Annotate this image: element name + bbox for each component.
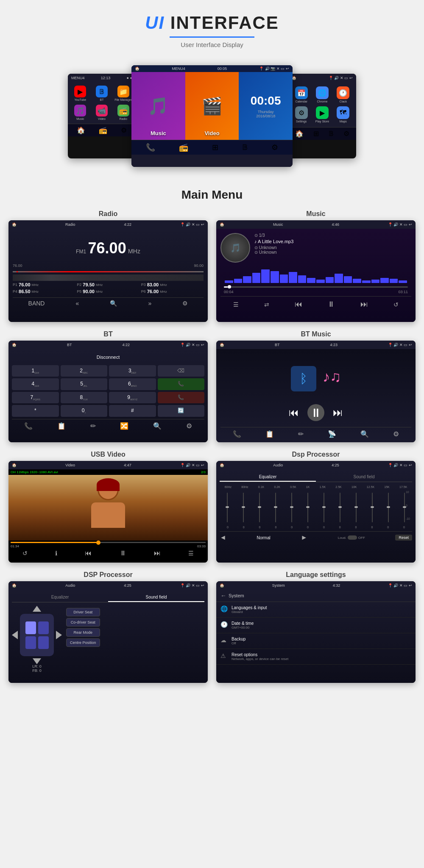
eq-handle-5[interactable] [290, 506, 293, 508]
radio-band-btn[interactable]: BAND [28, 300, 45, 307]
video-prev-btn[interactable]: ⏮ [85, 549, 92, 557]
bt-action-6[interactable]: ⚙ [186, 422, 192, 430]
bt-playpause-btn[interactable]: ⏸ [307, 404, 324, 421]
preset-p5[interactable]: P5 90.00 MHz [77, 289, 139, 294]
dsp-reset-btn[interactable]: Reset [395, 535, 412, 541]
bottom-settings-icon[interactable]: ⚙ [271, 143, 278, 152]
bt-next-btn[interactable]: ⏭ [333, 407, 343, 419]
lang-back-btn[interactable]: ← [220, 592, 226, 599]
eq-handle-6[interactable] [306, 506, 310, 508]
bottom-bt-icon[interactable]: 𝔹 [242, 143, 248, 152]
progress-handle[interactable] [228, 285, 231, 288]
video-list-btn[interactable]: ☰ [188, 550, 194, 557]
num-hash[interactable]: # [109, 405, 156, 416]
right-bt-btn[interactable]: 𝔹 [329, 130, 334, 138]
eq-handle-2[interactable] [242, 506, 245, 508]
preset-p1[interactable]: P1 76.00 MHz [13, 282, 75, 287]
bt-action-2[interactable]: 📋 [57, 422, 66, 430]
video-card[interactable]: 🎬 Video [185, 72, 239, 140]
clock-app[interactable]: 🕐 Clack [335, 86, 352, 103]
eq-handle-8[interactable] [338, 506, 342, 508]
right-home-btn[interactable]: 🏠 [295, 130, 304, 138]
rear-mode-btn[interactable]: Rear Mode [66, 628, 100, 637]
num-1[interactable]: 1GHI [12, 365, 59, 377]
seat-arrow-up[interactable] [33, 606, 41, 612]
bt-m-action-4[interactable]: 📡 [328, 430, 336, 438]
num-4[interactable]: 4GHI [12, 378, 59, 390]
settings-app[interactable]: ⚙ Settings [293, 106, 310, 123]
codriver-seat-btn[interactable]: Co-driver Seat [66, 618, 100, 627]
num-5[interactable]: 5JKL [61, 378, 108, 390]
apps-btn[interactable]: ⚙ [121, 126, 127, 134]
num-refresh[interactable]: 🔄 [158, 405, 205, 416]
dsp2-tab-equalizer[interactable]: Equalizer [12, 593, 108, 602]
bt-m-action-6[interactable]: ⚙ [393, 430, 399, 438]
bottom-phone-icon[interactable]: 📞 [146, 143, 155, 152]
dsp2-tab-soundfield[interactable]: Sound field [108, 593, 204, 602]
seat-arrow-down[interactable] [33, 658, 41, 664]
music-pause-btn[interactable]: ⏸ [327, 300, 335, 309]
driver-seat-btn[interactable]: Driver Seat [66, 608, 100, 616]
centre-position-btn[interactable]: Centre Position [66, 638, 100, 647]
music-prev-btn[interactable]: ⏮ [295, 300, 302, 309]
music-card[interactable]: 🎵 Music [131, 72, 185, 140]
num-2[interactable]: 2ABC [61, 365, 108, 377]
radio-next-btn[interactable]: » [148, 300, 152, 307]
video-icon-item[interactable]: 📹 Video [93, 105, 111, 120]
seat-arrow-right[interactable] [56, 631, 62, 639]
eq-handle-10[interactable] [371, 506, 374, 508]
eq-handle-3[interactable] [258, 506, 261, 508]
video-next-btn[interactable]: ⏭ [154, 549, 161, 557]
music-progress-bar[interactable] [224, 286, 408, 288]
num-call[interactable]: 📞 [158, 378, 205, 390]
num-del[interactable]: ⌫ [158, 365, 205, 377]
filemanager-icon-item[interactable]: 📁 File Manager [114, 86, 132, 101]
chrome-app[interactable]: 🌐 Chrome [313, 86, 331, 103]
bt-m-action-1[interactable]: 📞 [233, 430, 241, 438]
bt-m-action-3[interactable]: ✏ [298, 430, 304, 438]
dsp-play-btn[interactable]: ► [301, 534, 307, 541]
seat-arrow-left[interactable] [12, 631, 18, 639]
music-repeat-btn[interactable]: ⇄ [264, 301, 269, 308]
music-icon-item[interactable]: 🎵 Music [71, 105, 89, 120]
video-info-btn[interactable]: ℹ [55, 550, 57, 557]
video-repeat-btn[interactable]: ↺ [22, 550, 28, 557]
bt-prev-btn[interactable]: ⏮ [289, 407, 299, 419]
num-8[interactable]: 8TUV [61, 392, 108, 403]
bottom-apps-icon[interactable]: ⊞ [212, 143, 218, 152]
num-endcall[interactable]: 📞 [158, 392, 205, 403]
lang-item-languages[interactable]: 🌐 Languages & input Gboard [216, 602, 416, 618]
video-progress-bar[interactable] [11, 542, 206, 543]
radio-prev-btn[interactable]: « [76, 300, 79, 307]
lang-item-backup[interactable]: ☁ Backup Off [216, 633, 416, 649]
eq-handle-7[interactable] [322, 506, 326, 508]
bottom-radio-icon[interactable]: 📻 [179, 143, 188, 152]
num-6[interactable]: 6MNO [109, 378, 156, 390]
dsp-prev-btn[interactable]: ◄ [220, 534, 226, 541]
music-next-btn[interactable]: ⏭ [360, 300, 368, 309]
home-btn[interactable]: 🏠 [77, 126, 85, 134]
youtube-icon-item[interactable]: ▶ YouTube [71, 86, 89, 101]
calendar-app[interactable]: 📅 Calendar [293, 86, 310, 103]
num-9[interactable]: 9WXYZ [109, 392, 156, 403]
bt-action-1[interactable]: 📞 [24, 422, 33, 430]
video-play-btn[interactable]: ⏸ [120, 549, 126, 557]
playstore-app[interactable]: ▶ Play Store [313, 106, 331, 123]
lang-item-reset[interactable]: ⚠ Reset options Network, apps, or device… [216, 649, 416, 665]
preset-p2[interactable]: P2 79.50 MHz [77, 282, 139, 287]
radio-search-btn[interactable]: 🔍 [110, 300, 117, 307]
clock-card[interactable]: 00:05 Thursday 2016/08/18 [239, 72, 293, 140]
bt-action-3[interactable]: ✏ [90, 422, 96, 430]
right-settings-btn[interactable]: ⚙ [343, 130, 349, 138]
radio-icon-item[interactable]: 📻 Radio [114, 105, 132, 120]
lang-item-datetime[interactable]: 🕐 Date & time GMT+00:00 [216, 618, 416, 633]
radio-settings-btn[interactable]: ⚙ [182, 300, 188, 307]
eq-handle-9[interactable] [354, 506, 358, 508]
right-apps-btn[interactable]: ⊞ [313, 130, 319, 138]
radio-btn[interactable]: 📻 [99, 126, 107, 134]
dsp-tab-soundfield[interactable]: Sound field [316, 473, 412, 482]
bt-icon-item[interactable]: 𝔹 BT [93, 86, 111, 101]
eq-handle-11[interactable] [387, 506, 390, 508]
eq-handle-1[interactable] [226, 506, 229, 508]
preset-p4[interactable]: P4 86.50 MHz [13, 289, 75, 294]
